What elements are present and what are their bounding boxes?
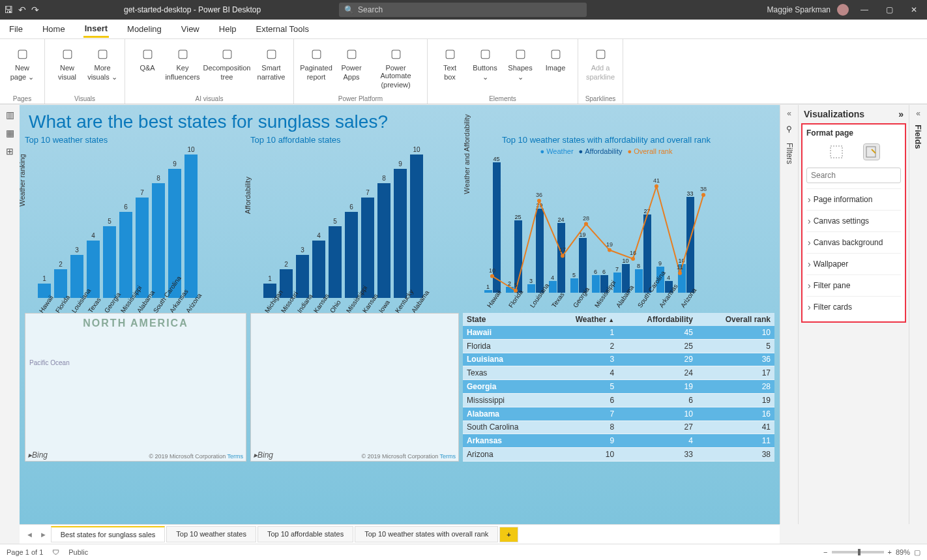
bar-missouri[interactable]: 2Missouri	[280, 261, 293, 310]
ribbon-btn-buttons[interactable]: ▢Buttons⌄	[468, 42, 502, 94]
col-weather[interactable]: Weather ▲	[550, 313, 618, 326]
bar-georgia[interactable]: 5Georgia	[103, 218, 116, 310]
bar-louisiana[interactable]: 3Louisiana	[70, 246, 83, 310]
sensitivity-label[interactable]: Public	[68, 548, 88, 556]
model-view-icon[interactable]: ⊞	[6, 146, 14, 156]
expand-fields-icon[interactable]: «	[916, 109, 920, 118]
page-tab-1[interactable]: Top 10 weather states	[166, 526, 256, 542]
table-row[interactable]: Hawaii14510	[463, 326, 774, 339]
combo-col-mississippi[interactable]: 66Mississippi	[590, 269, 610, 305]
zoom-out[interactable]: −	[823, 548, 827, 556]
bar-florida[interactable]: 2Florida	[54, 261, 67, 310]
table-row[interactable]: Mississippi6619	[463, 393, 774, 407]
maximize-button[interactable]: ▢	[880, 5, 898, 14]
ribbon-btn-more[interactable]: ▢Morevisuals ⌄	[85, 42, 119, 94]
collapse-viz-icon[interactable]: »	[898, 109, 904, 119]
redo-icon[interactable]: ↷	[31, 5, 39, 15]
viz-section-canvas-settings[interactable]: Canvas settings	[806, 210, 901, 231]
chart-combo[interactable]: Top 10 weather states with affordability…	[469, 135, 743, 310]
minimize-button[interactable]: —	[855, 5, 874, 14]
col-state[interactable]: State	[463, 313, 550, 326]
fields-pane-collapsed[interactable]: « Fields	[909, 105, 927, 524]
table-row[interactable]: Texas42417	[463, 366, 774, 380]
format-report-icon[interactable]	[829, 144, 844, 160]
combo-col-arizona[interactable]: 1033Arizona	[676, 190, 696, 305]
map-us-states[interactable]: ▸Bing © 2019 Microsoft Corporation Terms	[250, 313, 459, 462]
viz-search-input[interactable]	[806, 168, 901, 183]
bar-iowa[interactable]: 8Iowa	[377, 175, 390, 310]
table-row[interactable]: Arkansas9411	[463, 434, 774, 448]
bar-indiana[interactable]: 3Indiana	[296, 246, 309, 310]
ribbon-btn-power-automate[interactable]: ▢Power Automate(preview)	[370, 42, 422, 94]
ribbon-btn-text[interactable]: ▢Textbox	[433, 42, 467, 94]
fit-page-icon[interactable]: ▢	[914, 548, 920, 557]
data-view-icon[interactable]: ▦	[6, 128, 14, 138]
report-canvas[interactable]: What are the best states for sunglass sa…	[20, 105, 780, 524]
combo-col-hawaii[interactable]: 145Hawaii	[482, 156, 502, 305]
report-view-icon[interactable]: ▥	[6, 110, 14, 120]
combo-col-florida[interactable]: 225Florida	[504, 214, 523, 305]
chart-weather-states[interactable]: Top 10 weather states Weather ranking 1H…	[25, 135, 246, 310]
bar-hawaii[interactable]: 1Hawaii	[38, 275, 51, 310]
page-tab-2[interactable]: Top 10 affordable states	[258, 526, 353, 542]
save-icon[interactable]: 🖫	[4, 5, 13, 15]
menu-tab-view[interactable]: View	[180, 22, 201, 37]
ribbon-btn-new[interactable]: ▢Newpage ⌄	[5, 42, 39, 94]
combo-col-louisiana[interactable]: 329Louisiana	[525, 202, 545, 305]
map-terms-link[interactable]: Terms	[228, 453, 244, 460]
viz-section-filter-cards[interactable]: Filter cards	[806, 296, 901, 317]
bar-south-carolina[interactable]: 8South Carolina	[152, 175, 165, 310]
table-row[interactable]: South Carolina82741	[463, 420, 774, 434]
ribbon-btn-image[interactable]: ▢Image	[538, 42, 572, 94]
state-table[interactable]: StateWeather ▲AffordabilityOverall rank …	[463, 313, 774, 462]
viz-section-wallpaper[interactable]: Wallpaper	[806, 253, 901, 274]
viz-section-filter-pane[interactable]: Filter pane	[806, 274, 901, 296]
map-north-america[interactable]: NORTH AMERICA Pacific Ocean ▸Bing © 2019…	[25, 313, 246, 462]
avatar[interactable]	[837, 4, 849, 16]
close-button[interactable]: ✕	[905, 5, 923, 14]
ribbon-btn-shapes[interactable]: ▢Shapes⌄	[503, 42, 537, 94]
bar-kansas[interactable]: 4Kansas	[312, 232, 325, 310]
map-terms-link-2[interactable]: Terms	[440, 453, 456, 460]
page-tab-0[interactable]: Best states for sunglass sales	[51, 526, 166, 542]
zoom-in[interactable]: +	[888, 548, 892, 556]
menu-tab-file[interactable]: File	[8, 22, 24, 37]
ribbon-btn-power[interactable]: ▢PowerApps	[334, 42, 368, 94]
ribbon-btn-q&a[interactable]: ▢Q&A	[130, 42, 164, 94]
table-row[interactable]: Florida2255	[463, 339, 774, 353]
menu-tab-help[interactable]: Help	[218, 22, 238, 37]
menu-tab-home[interactable]: Home	[41, 22, 66, 37]
combo-col-south-carolina[interactable]: 827South Carolina	[633, 208, 653, 305]
user-name[interactable]: Maggie Sparkman	[767, 5, 831, 14]
viz-section-page-information[interactable]: Page information	[806, 188, 901, 210]
combo-col-texas[interactable]: 424Texas	[547, 216, 566, 305]
table-row[interactable]: Louisiana32936	[463, 353, 774, 366]
table-row[interactable]: Georgia51928	[463, 380, 774, 394]
bar-alabama[interactable]: 10Alabama	[410, 146, 423, 310]
bar-michigan[interactable]: 1Michigan	[263, 275, 276, 310]
add-page-button[interactable]: +	[499, 527, 518, 542]
table-row[interactable]: Alabama71016	[463, 407, 774, 420]
ribbon-btn-new[interactable]: ▢Newvisual	[50, 42, 84, 94]
bar-ohio[interactable]: 5Ohio	[329, 218, 342, 310]
table-row[interactable]: Arizona103338	[463, 448, 774, 462]
filters-pane-collapsed[interactable]: « ⚲ Filters	[780, 105, 798, 524]
col-affordability[interactable]: Affordability	[618, 313, 697, 326]
viz-section-canvas-background[interactable]: Canvas background	[806, 231, 901, 253]
menu-tab-external-tools[interactable]: External Tools	[255, 22, 310, 37]
bar-mississippi[interactable]: 6Mississippi	[345, 203, 358, 310]
bar-kentucky[interactable]: 9Kentucky	[394, 160, 407, 310]
ribbon-btn-paginated[interactable]: ▢Paginatedreport	[299, 42, 333, 94]
bar-texas[interactable]: 4Texas	[87, 232, 100, 310]
menu-tab-modeling[interactable]: Modeling	[126, 22, 163, 37]
ribbon-btn-smart[interactable]: ▢Smartnarrative	[254, 42, 288, 94]
expand-filters-icon[interactable]: «	[787, 109, 791, 118]
ribbon-btn-decomposition[interactable]: ▢Decompositiontree	[201, 42, 253, 94]
chart-affordable-states[interactable]: Top 10 affordable states Affordability 1…	[250, 135, 465, 310]
col-overall-rank[interactable]: Overall rank	[697, 313, 774, 326]
page-nav-next[interactable]: ►	[37, 531, 50, 538]
menu-tab-insert[interactable]: Insert	[83, 21, 109, 38]
ribbon-btn-key[interactable]: ▢Keyinfluencers	[166, 42, 199, 94]
search-box[interactable]: 🔍 Search	[339, 3, 587, 17]
zoom-level[interactable]: 89%	[896, 548, 910, 556]
